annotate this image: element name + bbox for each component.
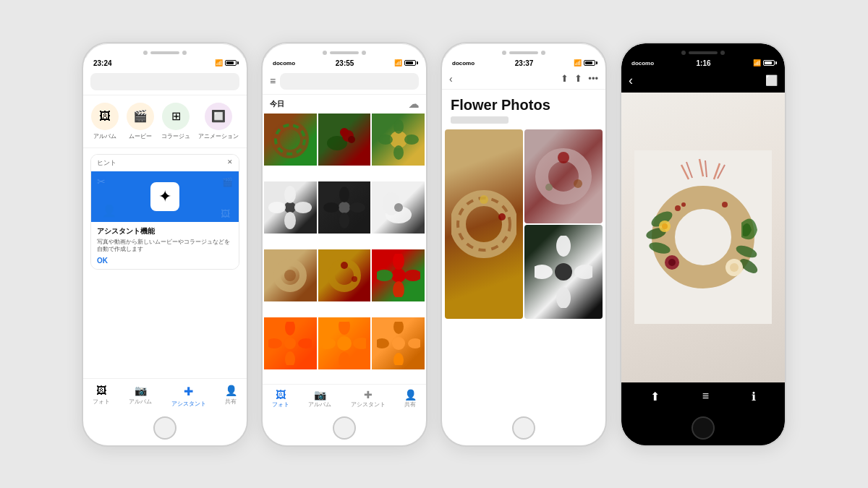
adjust-icon[interactable]: ≡	[702, 390, 709, 403]
share-icon[interactable]: ⬆	[650, 390, 660, 403]
movie-circle: 🎬	[127, 103, 154, 130]
phone3-home-button[interactable]	[512, 416, 535, 440]
wifi-icon: 📶	[753, 59, 761, 67]
photo-cell-1[interactable]	[264, 114, 317, 166]
phone2-toolbar: ≡	[263, 69, 426, 95]
phone1-nav-share[interactable]: 👤 共有	[225, 385, 237, 408]
photo-icon: 🖼	[276, 389, 286, 401]
movie-label: ムービー	[129, 132, 152, 140]
svg-point-80	[730, 263, 739, 272]
phone2-photo-grid	[263, 114, 426, 384]
svg-point-78	[668, 259, 676, 266]
phone4-home-button[interactable]	[692, 416, 715, 440]
svg-point-81	[675, 205, 681, 211]
cast-icon[interactable]: ⬜	[765, 74, 778, 86]
hint-label: ヒント	[97, 158, 116, 168]
phone2-search-bar[interactable]	[280, 73, 419, 90]
photo-cell-8[interactable]	[318, 249, 371, 302]
album-icon-item[interactable]: 🖼 アルバム	[91, 103, 119, 140]
assistant-nav-icon: ✚	[184, 385, 193, 398]
wifi-icon: 📶	[574, 59, 582, 67]
animation-icon-item[interactable]: 🔲 アニメーション	[198, 103, 239, 140]
svg-point-29	[391, 268, 406, 283]
hint-card-body: ✂ 🎬 ✦ 👤 🖼	[91, 171, 239, 222]
phone1-top-bar	[83, 43, 247, 58]
phone-2: docomo 23:55 📶 ≡ 今日 ☁	[261, 42, 427, 447]
album-circle: 🖼	[91, 103, 119, 130]
photo-cell-9[interactable]	[372, 249, 425, 302]
photo-cell-7[interactable]	[264, 249, 317, 302]
svg-point-33	[393, 281, 404, 297]
speaker	[509, 51, 538, 54]
phone2-nav-assistant[interactable]: ✚ アシスタント	[351, 389, 386, 408]
info-icon[interactable]: ℹ	[752, 390, 756, 403]
phone1-home-area	[83, 411, 247, 445]
phone2-screen: ≡ 今日 ☁	[263, 69, 426, 411]
svg-point-32	[377, 270, 393, 281]
phone3-photo-top-right[interactable]	[524, 129, 603, 223]
phone-1: 23:24 📶 🖼 アルバム	[82, 42, 248, 447]
cloud-icon[interactable]: ☁	[409, 98, 419, 110]
hint-deco1: ✂	[97, 176, 106, 187]
photo-art-2	[318, 114, 371, 166]
photo-cell-4[interactable]	[264, 181, 317, 234]
phone3-photo-bottom-right[interactable]	[524, 225, 603, 319]
album-label: アルバム	[308, 401, 331, 408]
svg-point-4	[348, 136, 355, 143]
phone4-main-photo[interactable]	[621, 93, 785, 382]
photo-cell-12[interactable]	[372, 317, 425, 370]
photo-cell-3[interactable]	[372, 114, 425, 166]
phone2-home-area	[263, 411, 426, 445]
phone1-nav-assistant[interactable]: ✚ アシスタント	[171, 385, 206, 408]
svg-point-12	[284, 186, 296, 203]
sensor-dot2	[182, 51, 187, 55]
phone1-nav-photo[interactable]: 🖼 フォト	[93, 385, 110, 408]
phone2-home-button[interactable]	[333, 416, 356, 440]
svg-point-54	[558, 152, 569, 163]
phone2-time: 23:55	[336, 59, 354, 67]
album-icon: 📷	[314, 389, 326, 401]
more-icon[interactable]: •••	[588, 73, 598, 84]
back-icon[interactable]: ‹	[449, 73, 453, 85]
menu-icon[interactable]: ≡	[270, 75, 276, 87]
svg-point-52	[498, 213, 506, 221]
phone1-home-button[interactable]	[153, 416, 176, 440]
phone1-status-icons: 📶	[215, 59, 237, 67]
photo-art-9	[372, 249, 425, 302]
phone3-home-area	[442, 411, 605, 445]
photo-cell-10[interactable]	[264, 317, 317, 370]
phone1-search-bar[interactable]	[90, 73, 239, 90]
phone3-photo-grid	[442, 129, 605, 319]
photo-cell-5[interactable]	[318, 181, 371, 234]
movie-icon-item[interactable]: 🎬 ムービー	[127, 103, 154, 140]
phone2-nav-photo[interactable]: 🖼 フォト	[272, 389, 289, 408]
battery-icon	[584, 60, 595, 66]
hint-ok-button[interactable]: OK	[97, 257, 233, 265]
phone4-toolbar: ‹ ⬜	[621, 69, 785, 93]
svg-point-61	[574, 265, 592, 279]
phone2-top-bar	[263, 43, 426, 58]
animation-circle: 🔲	[205, 103, 232, 130]
phone2-nav-share[interactable]: 👤 共有	[404, 389, 417, 408]
phone-3: docomo 23:37 📶 ‹ ⬆ ⬆ ••• F	[441, 42, 607, 447]
upload-icon[interactable]: ⬆	[574, 73, 582, 84]
collage-icon-item[interactable]: ⊞ コラージュ	[161, 103, 190, 140]
photo-art-1	[264, 114, 317, 166]
phone2-nav-album[interactable]: 📷 アルバム	[308, 389, 331, 408]
phone2-carrier: docomo	[273, 60, 295, 67]
photo-cell-6[interactable]	[372, 181, 425, 234]
hint-close-icon[interactable]: ✕	[227, 158, 233, 168]
phone3-top-bar	[442, 43, 605, 58]
hint-deco2: 🎬	[222, 177, 233, 187]
photo-art-7	[264, 249, 317, 302]
phone3-photo-left[interactable]	[445, 129, 523, 319]
phone3-toolbar-icons: ⬆ ⬆ •••	[561, 73, 598, 84]
phone2-status-bar: docomo 23:55 📶	[263, 58, 426, 69]
speaker	[689, 51, 718, 54]
photo-cell-11[interactable]	[318, 317, 371, 370]
photo-cell-2[interactable]	[318, 114, 371, 166]
sensor-dot	[143, 51, 148, 55]
back-icon[interactable]: ‹	[629, 73, 633, 88]
phone1-nav-album[interactable]: 📷 アルバム	[129, 385, 152, 408]
share-icon[interactable]: ⬆	[561, 73, 569, 84]
